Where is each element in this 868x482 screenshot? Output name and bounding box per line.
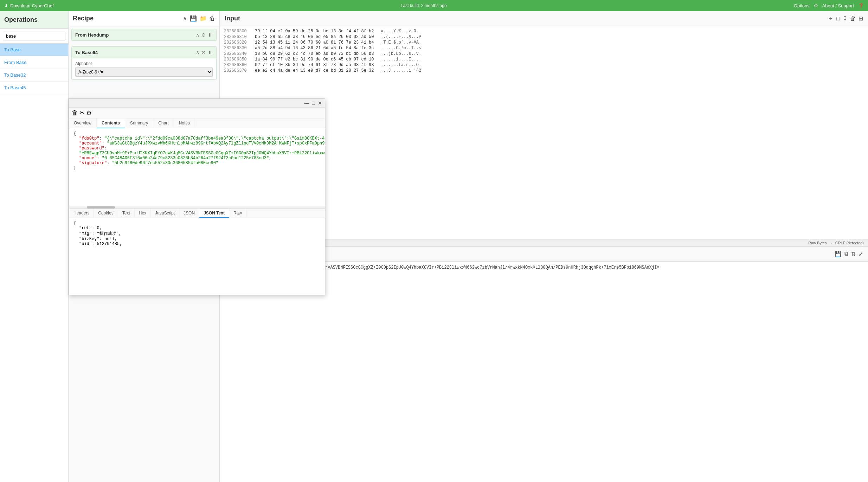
tab-json[interactable]: JSON [179, 209, 199, 218]
recipe-step-from-hexdump-icons: ∧ ⊘ ⏸ [196, 32, 213, 38]
folder-icon[interactable]: 📁 [200, 15, 207, 22]
recipe-panel: Recipe ∧ 💾 📁 🗑 From Hexdump ∧ ⊘ ⏸ [69, 11, 220, 482]
search-input[interactable] [3, 32, 65, 40]
overlay-bottom-tabs: Headers Cookies Text Hex JavaScript JSON… [69, 208, 325, 218]
alphabet-select[interactable]: A-Za-z0-9+/= [75, 68, 213, 77]
overlay-scrollbar[interactable] [69, 206, 325, 208]
swap-output-icon[interactable]: ⇅ [851, 251, 856, 257]
disable-step-icon[interactable]: ⊘ [201, 50, 206, 55]
save-output-icon[interactable]: 💾 [835, 251, 842, 257]
maximize-button[interactable]: □ [312, 100, 315, 106]
recipe-step-from-hexdump-title: From Hexdump [75, 32, 109, 38]
recipe-step-to-base64-icons: ∧ ⊘ ⏸ [196, 50, 213, 55]
output-header-icons: 💾 ⧉ ⇅ ⤢ [835, 251, 863, 257]
ops-list: To Base From Base To Base32 To Base45 [0, 44, 68, 482]
operations-title: Operations [0, 11, 68, 29]
collapse-icon[interactable]: ∧ [183, 15, 187, 22]
recipe-header-icons: ∧ 💾 📁 🗑 [183, 15, 215, 22]
download-icon: ⬇ [4, 3, 8, 8]
devtools-icon-1[interactable]: 🗑 [72, 109, 78, 117]
operations-panel: Operations To Base From Base To Base32 T… [0, 11, 69, 482]
topbar-left: ⬇ Download CyberChef [4, 3, 54, 8]
hex-row: 28268632012 54 13 45 11 24 86 70 60 a0 8… [224, 40, 864, 45]
minimize-button[interactable]: — [304, 100, 309, 106]
topbar-right: Options ⚙ About / Support ❓ [794, 3, 864, 8]
ops-item-from-base[interactable]: From Base [0, 56, 68, 69]
close-button[interactable]: ✕ [318, 100, 322, 106]
help-icon[interactable]: ❓ [858, 3, 864, 8]
recipe-step-from-hexdump: From Hexdump ∧ ⊘ ⏸ [71, 29, 217, 41]
tab-chart[interactable]: Chart [153, 118, 174, 128]
recipe-step-from-hexdump-header[interactable]: From Hexdump ∧ ⊘ ⏸ [72, 29, 216, 40]
save-icon[interactable]: 💾 [190, 15, 197, 22]
overlay-panel: — □ ✕ 🗑 ✂ ⚙ Overview Contents Summary Ch… [69, 98, 325, 295]
hex-row: 282686330a5 2d 88 a4 9d 16 43 86 21 6d a… [224, 46, 864, 51]
pause-step-icon[interactable]: ⏸ [208, 50, 213, 55]
expand-icon[interactable]: ∧ [196, 32, 199, 38]
tab-notes[interactable]: Notes [174, 118, 195, 128]
hex-row: 28268634018 b6 d8 29 62 c2 4c 70 eb ad b… [224, 51, 864, 56]
ops-item-to-base32[interactable]: To Base32 [0, 69, 68, 82]
hex-row: 282686310b5 13 28 a5 c8 a8 46 0e ed e5 8… [224, 34, 864, 39]
hex-row: 28268630079 1f 04 c2 0a 59 dc 25 0e be 1… [224, 29, 864, 34]
download-link[interactable]: Download CyberChef [10, 3, 54, 8]
recipe-step-to-base64-title: To Base64 [75, 50, 98, 55]
tab-headers[interactable]: Headers [69, 209, 94, 218]
ops-item-to-base45[interactable]: To Base45 [0, 82, 68, 94]
disable-icon[interactable]: ⊘ [201, 32, 206, 38]
grid-icon[interactable]: ⊞ [859, 15, 863, 22]
input-title: Input [225, 15, 240, 22]
alphabet-label: Alphabet [75, 61, 213, 66]
recipe-title: Recipe [73, 15, 94, 22]
tab-hex[interactable]: Hex [135, 209, 151, 218]
trash-icon[interactable]: 🗑 [210, 15, 215, 22]
overlay-bottom-content: { "ret": 0, "msg": "操作成功", "bizKey": nul… [69, 218, 325, 295]
hex-row: 28268636002 7f cf 10 3b 3d 9c 74 61 8f 7… [224, 63, 864, 68]
tab-cookies[interactable]: Cookies [94, 209, 118, 218]
copy-output-icon[interactable]: ⧉ [844, 251, 848, 257]
input-header: Input ＋ □ ↧ 🗑 ⊞ [220, 11, 868, 26]
tab-raw[interactable]: Raw [229, 209, 246, 218]
maximize-output-icon[interactable]: ⤢ [859, 251, 863, 257]
devtools-icon-2[interactable]: ✂ [79, 109, 85, 117]
input-header-icons: ＋ □ ↧ 🗑 ⊞ [828, 15, 863, 22]
import-icon[interactable]: ↧ [843, 15, 847, 22]
build-info: Last build: 2 months ago [401, 3, 447, 8]
overlay-titlebar: — □ ✕ [69, 99, 325, 108]
new-tab-icon[interactable]: □ [836, 15, 840, 22]
delete-input-icon[interactable]: 🗑 [850, 15, 856, 22]
raw-bytes-label[interactable]: Raw Bytes [808, 241, 827, 245]
tab-text[interactable]: Text [118, 209, 135, 218]
recipe-step-to-base64-header[interactable]: To Base64 ∧ ⊘ ⏸ [72, 47, 216, 58]
topbar: ⬇ Download CyberChef Last build: 2 month… [0, 0, 868, 11]
about-button[interactable]: About / Support [822, 3, 854, 8]
tab-summary[interactable]: Summary [125, 118, 153, 128]
pause-icon[interactable]: ⏸ [208, 32, 213, 38]
overlay-toolbar: 🗑 ✂ ⚙ [69, 108, 325, 118]
recipe-step-to-base64-body: Alphabet A-Za-z0-9+/= [72, 58, 216, 79]
ops-item-to-base[interactable]: To Base [0, 44, 68, 56]
overlay-body: { "fds0tp": "{\"captcha_id\":\"2fdd09ca0… [69, 128, 325, 295]
collapse-step-icon[interactable]: ∧ [196, 50, 199, 55]
settings-icon[interactable]: ⚙ [814, 3, 818, 8]
devtools-icon-3[interactable]: ⚙ [86, 109, 92, 117]
tab-javascript[interactable]: JavaScript [151, 209, 179, 218]
add-input-icon[interactable]: ＋ [828, 15, 834, 22]
search-box [0, 29, 68, 44]
hex-row: 2826863501a 84 99 7f e2 bc 31 90 de 0e c… [224, 57, 864, 62]
overlay-scrollbar-thumb [87, 206, 115, 208]
recipe-step-to-base64: To Base64 ∧ ⊘ ⏸ Alphabet A-Za-z0-9+/= [71, 46, 217, 80]
line-endings-label: ← CRLF (detected) [830, 241, 864, 245]
hex-row: 282686370ee e2 c4 4a de e4 13 e9 d7 ce b… [224, 68, 864, 73]
tab-json-text[interactable]: JSON Text [199, 209, 229, 218]
recipe-header: Recipe ∧ 💾 📁 🗑 [69, 11, 219, 26]
overlay-tabs: Overview Contents Summary Chart Notes [69, 118, 325, 128]
main-layout: Operations To Base From Base To Base32 T… [0, 11, 868, 482]
tab-contents[interactable]: Contents [97, 118, 125, 128]
tab-overview[interactable]: Overview [69, 118, 97, 128]
options-button[interactable]: Options [794, 3, 810, 8]
overlay-content: { "fds0tp": "{\"captcha_id\":\"2fdd09ca0… [69, 128, 325, 206]
